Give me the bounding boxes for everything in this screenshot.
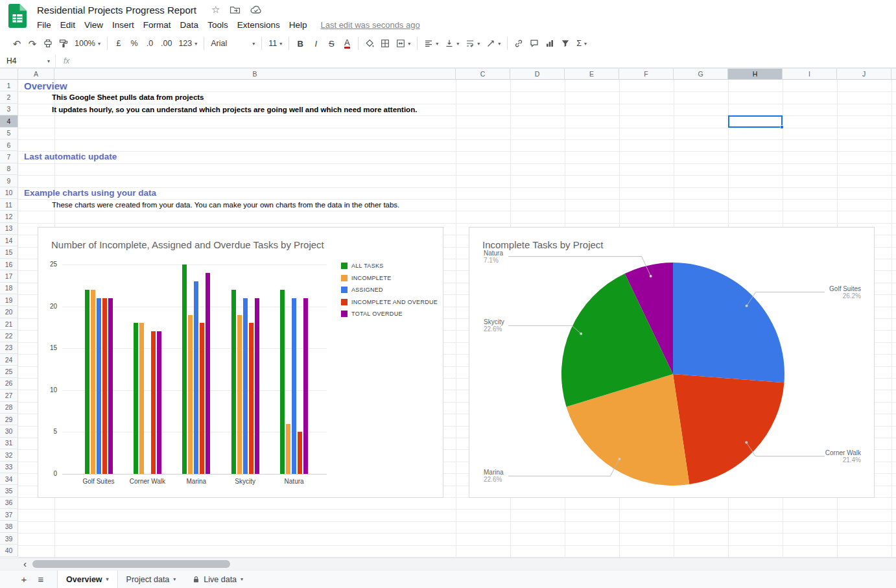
row-header-3[interactable]: 3 xyxy=(0,104,18,115)
column-header-d[interactable]: D xyxy=(510,69,565,79)
document-title[interactable]: Residential Projects Progress Report xyxy=(37,5,196,16)
format-currency-button[interactable]: £ xyxy=(111,36,126,51)
paint-format-button[interactable] xyxy=(56,36,71,51)
row-header-18[interactable]: 18 xyxy=(0,283,18,294)
text-rotation-button[interactable]: ▾ xyxy=(483,36,504,51)
print-button[interactable] xyxy=(40,36,56,51)
row-header-34[interactable]: 34 xyxy=(0,473,18,485)
row-header-25[interactable]: 25 xyxy=(0,366,18,377)
row-header-1[interactable]: 1 xyxy=(0,80,18,91)
row-header-9[interactable]: 9 xyxy=(0,175,18,187)
pie-chart-card[interactable]: Incomplete Tasks by Project Golf Suites2… xyxy=(469,227,875,498)
menu-data[interactable]: Data xyxy=(176,20,204,30)
text-wrap-button[interactable]: ▾ xyxy=(462,36,483,51)
row-header-17[interactable]: 17 xyxy=(0,270,18,282)
row-header-24[interactable]: 24 xyxy=(0,354,18,366)
formula-input[interactable] xyxy=(69,54,896,67)
column-header-i[interactable]: I xyxy=(783,69,837,79)
row-header-30[interactable]: 30 xyxy=(0,425,18,437)
menu-edit[interactable]: Edit xyxy=(56,20,80,30)
functions-button[interactable]: Σ▾ xyxy=(573,36,590,51)
row-header-4[interactable]: 4 xyxy=(0,115,18,127)
font-size-select[interactable]: 11▾ xyxy=(265,36,285,51)
row-header-19[interactable]: 19 xyxy=(0,294,18,306)
row-header-28[interactable]: 28 xyxy=(0,402,18,414)
vertical-align-button[interactable]: ▾ xyxy=(442,36,462,51)
column-header-b[interactable]: B xyxy=(54,69,456,79)
create-filter-button[interactable] xyxy=(558,36,573,51)
insert-link-button[interactable] xyxy=(511,36,526,51)
horizontal-align-button[interactable]: ▾ xyxy=(421,36,442,51)
row-header-13[interactable]: 13 xyxy=(0,223,18,235)
last-edit-link[interactable]: Last edit was seconds ago xyxy=(320,20,419,30)
fill-handle[interactable] xyxy=(780,125,784,129)
row-header-10[interactable]: 10 xyxy=(0,187,18,199)
zoom-select[interactable]: 100%▾ xyxy=(71,36,104,51)
row-header-29[interactable]: 29 xyxy=(0,414,18,425)
row-header-33[interactable]: 33 xyxy=(0,462,18,473)
redo-button[interactable]: ↷ xyxy=(25,36,40,51)
font-select[interactable]: Arial▾ xyxy=(207,36,258,51)
insert-comment-button[interactable] xyxy=(526,36,542,51)
italic-button[interactable]: I xyxy=(308,36,324,51)
menu-extensions[interactable]: Extensions xyxy=(233,20,285,30)
name-box[interactable]: H4 ▾ xyxy=(0,54,56,67)
star-icon[interactable]: ☆ xyxy=(211,4,220,16)
format-percent-button[interactable]: % xyxy=(126,36,142,51)
row-header-23[interactable]: 23 xyxy=(0,342,18,354)
select-all-corner[interactable] xyxy=(0,69,18,79)
row-header-21[interactable]: 21 xyxy=(0,318,18,330)
cloud-saved-icon[interactable] xyxy=(250,6,262,14)
scrollbar-thumb[interactable] xyxy=(32,560,230,568)
all-sheets-button[interactable]: ≡ xyxy=(32,574,49,585)
row-header-5[interactable]: 5 xyxy=(0,128,18,139)
bar-chart-card[interactable]: Number of Incomplete, Assigned and Overd… xyxy=(38,227,443,498)
row-header-6[interactable]: 6 xyxy=(0,139,18,151)
column-header-j[interactable]: J xyxy=(837,69,891,79)
fill-color-button[interactable] xyxy=(362,36,377,51)
menu-tools[interactable]: Tools xyxy=(203,20,233,30)
row-header-40[interactable]: 40 xyxy=(0,545,18,556)
row-header-39[interactable]: 39 xyxy=(0,533,18,545)
move-folder-icon[interactable] xyxy=(230,6,241,14)
borders-button[interactable] xyxy=(377,36,393,51)
row-header-14[interactable]: 14 xyxy=(0,235,18,246)
column-header-a[interactable]: A xyxy=(18,69,54,79)
insert-chart-button[interactable] xyxy=(542,36,558,51)
menu-insert[interactable]: Insert xyxy=(108,20,139,30)
decrease-decimal-button[interactable]: .0 xyxy=(142,36,158,51)
selected-cell[interactable] xyxy=(728,115,783,127)
row-header-35[interactable]: 35 xyxy=(0,485,18,497)
row-header-36[interactable]: 36 xyxy=(0,497,18,509)
add-sheet-button[interactable]: + xyxy=(16,574,32,585)
horizontal-scrollbar[interactable]: ‹ xyxy=(0,558,896,570)
column-header-c[interactable]: C xyxy=(456,69,510,79)
column-header-f[interactable]: F xyxy=(619,69,674,79)
row-header-20[interactable]: 20 xyxy=(0,306,18,318)
row-header-37[interactable]: 37 xyxy=(0,509,18,521)
bold-button[interactable]: B xyxy=(292,36,308,51)
row-header-27[interactable]: 27 xyxy=(0,390,18,401)
row-header-7[interactable]: 7 xyxy=(0,151,18,163)
row-header-38[interactable]: 38 xyxy=(0,521,18,532)
sheets-logo-icon[interactable] xyxy=(8,4,27,30)
column-header-e[interactable]: E xyxy=(565,69,619,79)
menu-file[interactable]: File xyxy=(32,20,56,30)
sheet-grid[interactable]: OverviewThis Google Sheet pulls data fro… xyxy=(0,80,896,558)
strikethrough-button[interactable]: S xyxy=(324,36,339,51)
row-header-8[interactable]: 8 xyxy=(0,163,18,175)
row-header-12[interactable]: 12 xyxy=(0,211,18,222)
menu-view[interactable]: View xyxy=(80,20,108,30)
row-header-2[interactable]: 2 xyxy=(0,91,18,103)
column-header-g[interactable]: G xyxy=(674,69,728,79)
undo-button[interactable]: ↶ xyxy=(9,36,25,51)
text-color-button[interactable]: A xyxy=(339,36,355,51)
more-formats-button[interactable]: 123▾ xyxy=(175,36,200,51)
row-header-22[interactable]: 22 xyxy=(0,330,18,342)
scroll-left-icon[interactable]: ‹ xyxy=(23,558,27,570)
menu-format[interactable]: Format xyxy=(139,20,176,30)
row-header-32[interactable]: 32 xyxy=(0,449,18,461)
menu-help[interactable]: Help xyxy=(285,20,312,30)
merge-cells-button[interactable]: ▾ xyxy=(393,36,414,51)
row-header-16[interactable]: 16 xyxy=(0,259,18,270)
